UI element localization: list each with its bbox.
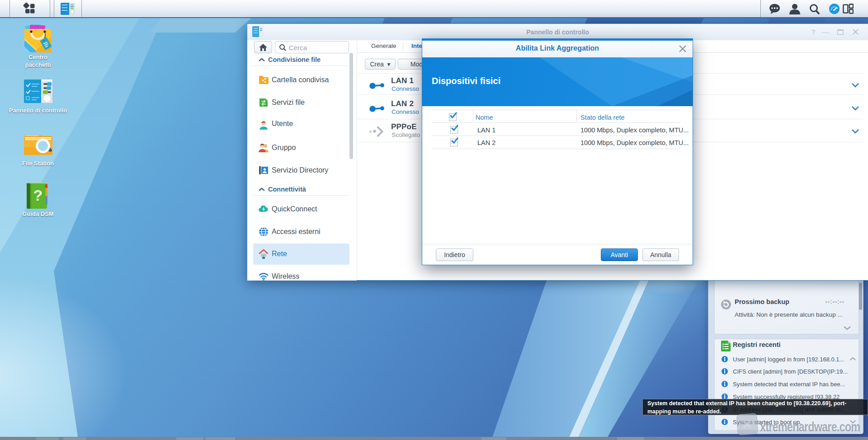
svg-text:?: ? xyxy=(33,187,43,204)
